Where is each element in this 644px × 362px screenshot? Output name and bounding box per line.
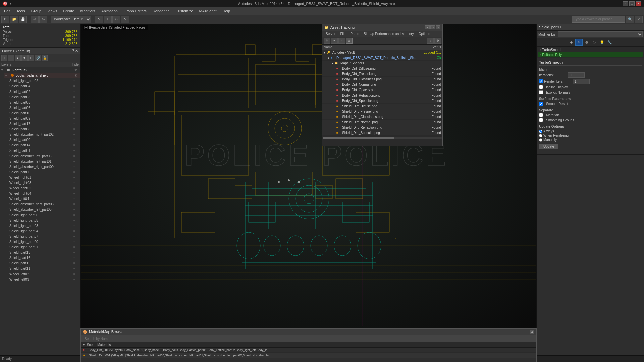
layer-item[interactable]: Shield_part15 ≡ xyxy=(8,260,80,266)
always-radio[interactable] xyxy=(539,130,542,133)
layer-close-btn[interactable]: ✕ xyxy=(75,49,78,53)
asset-row-body-opacity[interactable]: ■ Body_Dirt_Opacity.png Found xyxy=(322,87,442,93)
layer-item[interactable]: Shield_light_part05 ≡ xyxy=(8,218,80,223)
modifier-list-select[interactable] xyxy=(558,31,643,37)
layer-item[interactable]: Shield_part13 ≡ xyxy=(8,250,80,255)
search-input[interactable] xyxy=(572,16,625,23)
layer-item[interactable]: Shield_light_part07 ≡ xyxy=(8,234,80,239)
layer-item[interactable]: Shield_absorber_left_part00 ≡ xyxy=(8,207,80,212)
layer-item[interactable]: Wheel_right04 ≡ xyxy=(8,191,80,196)
material-row-shield-dirt[interactable]: ■ Shield_Dirt_001 (VRayMtl) [Shield_abso… xyxy=(81,353,536,358)
layer-item[interactable]: Shield_part16 ≡ xyxy=(8,255,80,260)
layer-item[interactable]: Shield_part03 ≡ xyxy=(8,94,80,100)
layer-link-btn[interactable]: 🔗 xyxy=(35,55,41,61)
menu-help[interactable]: Help xyxy=(220,8,233,14)
asset-tree[interactable]: ▾ 🔑 Autodesk Vault Logged C... ▾ ■ Damag… xyxy=(322,50,442,136)
asset-row-vault[interactable]: ▾ 🔑 Autodesk Vault Logged C... xyxy=(322,50,442,55)
smoothing-groups-checkbox[interactable] xyxy=(539,118,543,122)
manually-radio[interactable] xyxy=(539,138,542,142)
layer-item[interactable]: Shield_part11 ≡ xyxy=(8,266,80,271)
modifier-turbosmooth[interactable]: ▪ TurboSmooth xyxy=(538,47,643,52)
layer-item[interactable]: Shield_part10 ≡ xyxy=(8,110,80,116)
viewport[interactable]: POLICE POLICE xyxy=(80,24,537,328)
asset-tool-settings[interactable]: ⚙ xyxy=(434,38,441,44)
asset-row-body-fresnel[interactable]: ■ Body_Dirt_Fresnel.png Found xyxy=(322,71,442,77)
layer-item[interactable]: Shield_absorber_right_part02 ≡ xyxy=(8,132,80,137)
layer-delete-btn[interactable]: − xyxy=(8,55,14,61)
layer-item[interactable]: Wheel_left03 ≡ xyxy=(8,277,80,282)
layer-item[interactable]: Shield_part08 ≡ xyxy=(8,126,80,132)
layer-item[interactable]: Shield_part05 ≡ xyxy=(8,100,80,105)
asset-tool-remove[interactable]: − xyxy=(338,38,345,44)
minimize-button[interactable]: − xyxy=(623,1,628,6)
maximize-button[interactable]: □ xyxy=(629,1,635,6)
asset-menu-file[interactable]: File xyxy=(338,32,347,36)
menu-customize[interactable]: Customize xyxy=(173,8,196,14)
menu-views[interactable]: Views xyxy=(45,8,60,14)
asset-row-shield-glossiness[interactable]: ■ Shield_Dirt_Glossiness.png Found xyxy=(322,114,442,120)
layer-item-0default[interactable]: ▾ 0 (default) 👁 xyxy=(0,67,80,73)
explicit-normals-checkbox[interactable] xyxy=(539,90,543,94)
layer-item[interactable]: Shield_light_part03 ≡ xyxy=(8,223,80,228)
iso-line-checkbox[interactable] xyxy=(539,85,543,89)
asset-row-body-diffuse[interactable]: ■ Body_Dirt_Diffuse.png Found xyxy=(322,66,442,71)
update-button[interactable]: Update xyxy=(539,144,558,149)
iterations-input[interactable] xyxy=(568,72,585,78)
layer-item[interactable]: Shield_part14 ≡ xyxy=(8,142,80,148)
layer-item[interactable]: Wheel_right02 ≡ xyxy=(8,185,80,191)
help-btn[interactable]: ? xyxy=(635,16,643,23)
undo-btn[interactable]: ↩ xyxy=(31,16,39,23)
menu-modifiers[interactable]: Modifiers xyxy=(77,8,98,14)
render-iters-checkbox[interactable] xyxy=(539,79,543,83)
menu-group[interactable]: Group xyxy=(29,8,44,14)
menu-edit[interactable]: Edit xyxy=(1,8,13,14)
layer-item[interactable]: Shield_light_part01 ≡ xyxy=(8,244,80,250)
asset-tracking-minimize[interactable]: − xyxy=(425,25,430,29)
layer-item[interactable]: Shield_light_part00 ≡ xyxy=(8,239,80,244)
asset-tracking-close[interactable]: ✕ xyxy=(436,25,440,29)
hierarchy-panel-btn[interactable]: ⚙ xyxy=(583,39,590,46)
save-btn[interactable]: 💾 xyxy=(19,16,27,23)
menu-create[interactable]: Create xyxy=(60,8,77,14)
layer-item[interactable]: Shield_absorber_left_part03 ≡ xyxy=(8,153,80,159)
display-panel-btn[interactable]: 💡 xyxy=(598,39,606,46)
open-btn[interactable]: 📁 xyxy=(10,16,18,23)
asset-menu-server[interactable]: Server xyxy=(324,32,337,36)
layer-item[interactable]: Wheel_right03 ≡ xyxy=(8,180,80,185)
asset-row-shield-specular[interactable]: ■ Shield_Dirt_Specular.png Found xyxy=(322,130,442,136)
close-button[interactable]: ✕ xyxy=(636,1,641,6)
menu-animation[interactable]: Animation xyxy=(99,8,120,14)
menu-tools[interactable]: Tools xyxy=(14,8,28,14)
select-btn[interactable]: ↖ xyxy=(95,16,103,23)
redo-btn[interactable]: ↪ xyxy=(39,16,47,23)
asset-row-body-normal[interactable]: ■ Body_Dirt_Normal.png Found xyxy=(322,82,442,87)
layer-move-down-btn[interactable]: ▼ xyxy=(21,55,28,61)
asset-row-shield-diffuse[interactable]: ■ Shield_Dirt_Diffuse.png Found xyxy=(322,104,442,109)
workspace-select[interactable]: Workspace: Default xyxy=(51,16,91,23)
asset-tracking-maximize[interactable]: □ xyxy=(430,25,435,29)
menu-graph-editors[interactable]: Graph Editors xyxy=(121,8,149,14)
layer-item[interactable]: Wheel_left02 ≡ xyxy=(8,271,80,277)
asset-tool-refresh[interactable]: ↻ xyxy=(324,38,330,44)
layer-item[interactable]: Shield_part17 ≡ xyxy=(8,121,80,126)
layer-item[interactable]: Shield_absorber_right_part03 ≡ xyxy=(8,201,80,207)
asset-row-maps-folder[interactable]: ▾ 📂 Maps / Shaders xyxy=(322,61,442,66)
rotate-btn[interactable]: ↻ xyxy=(112,16,120,23)
asset-row-shield-normal[interactable]: ■ Shield_Dirt_Normal.png Found xyxy=(322,120,442,125)
layer-item[interactable]: Shield_part02 ≡ xyxy=(8,89,80,94)
modifier-editable-poly[interactable]: ▪ Editable Poly xyxy=(538,52,643,57)
menu-maxscript[interactable]: MAXScript xyxy=(197,8,219,14)
asset-tool-help[interactable]: ? xyxy=(427,38,434,44)
create-panel-btn[interactable]: ⊕ xyxy=(568,39,575,46)
materials-checkbox[interactable] xyxy=(539,113,543,117)
layer-item[interactable]: Shield_absorber_right_part00 ≡ xyxy=(8,164,80,169)
layer-add-btn[interactable]: + xyxy=(1,55,7,61)
layer-list[interactable]: ▾ 0 (default) 👁 ▾ robotic_ballistic_shie… xyxy=(0,67,80,359)
motion-panel-btn[interactable]: ▷ xyxy=(591,39,598,46)
layer-item[interactable]: Shield_part04 ≡ xyxy=(8,83,80,89)
layer-item[interactable]: Wheel_right01 ≡ xyxy=(8,175,80,180)
layer-item[interactable]: Shield_part00 ≡ xyxy=(8,169,80,175)
layer-select-btn[interactable]: ⊡ xyxy=(28,55,34,61)
layer-unlink-btn[interactable]: 🔓 xyxy=(42,55,48,61)
layer-item[interactable]: Shield_light_part06 ≡ xyxy=(8,212,80,218)
